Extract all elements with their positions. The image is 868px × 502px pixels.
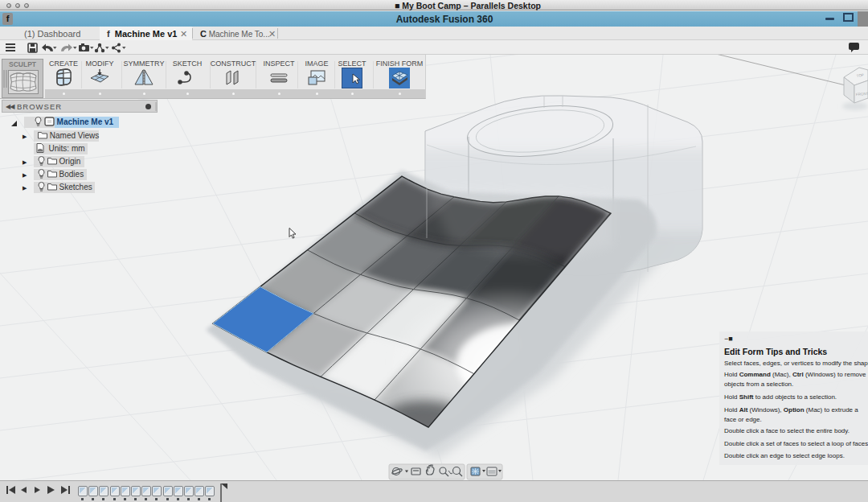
svg-text:FRONT: FRONT — [856, 92, 868, 97]
